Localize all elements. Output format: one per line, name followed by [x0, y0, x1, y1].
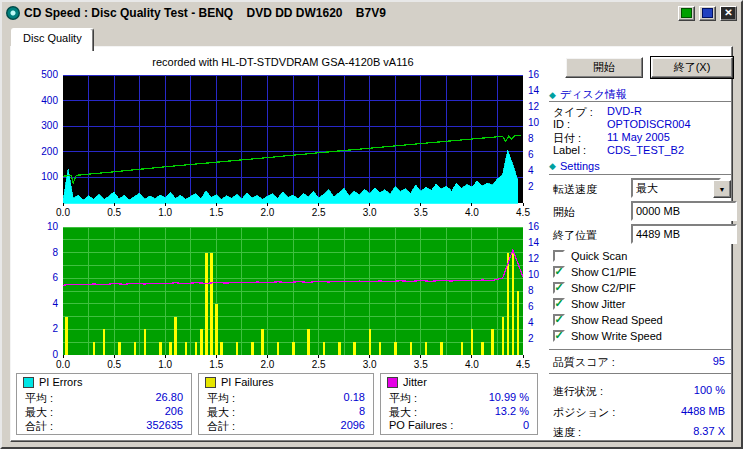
- stat-value: 10.99 %: [489, 391, 529, 404]
- close-button[interactable]: ✕: [720, 6, 737, 21]
- svg-text:3.0: 3.0: [363, 359, 377, 370]
- checkbox-label: Show Read Speed: [571, 314, 663, 326]
- section-bullet-icon: ◆: [549, 161, 556, 171]
- jitter-panel: Jitter 平均 :10.99 % 最大 :13.2 % PO Failure…: [380, 373, 538, 435]
- disc-info-title: ディスク情報: [560, 87, 627, 102]
- position-label: ポジション :: [553, 405, 615, 420]
- checkbox-box: ✓: [553, 266, 565, 278]
- stat-value: 0.18: [344, 391, 365, 404]
- svg-text:2.0: 2.0: [260, 207, 274, 218]
- stat-value: 13.2 %: [495, 405, 529, 418]
- checkbox-show-c1-pie[interactable]: ✓Show C1/PIE: [553, 265, 636, 279]
- tab-disc-quality[interactable]: Disc Quality: [11, 28, 94, 51]
- svg-text:4.5: 4.5: [516, 207, 530, 218]
- checkbox-show-read-speed[interactable]: ✓Show Read Speed: [553, 313, 663, 327]
- svg-text:4: 4: [528, 317, 534, 328]
- svg-text:0.0: 0.0: [56, 359, 70, 370]
- tab-label: Disc Quality: [23, 32, 82, 44]
- stat-label: 最大 :: [25, 405, 53, 418]
- title-bar: CD Speed : Disc Quality Test - BENQ DVD …: [4, 3, 739, 23]
- svg-text:4.5: 4.5: [516, 359, 530, 370]
- svg-text:500: 500: [41, 69, 58, 80]
- settings-section-header: ◆ Settings: [549, 160, 600, 172]
- svg-text:0.5: 0.5: [107, 207, 121, 218]
- stat-value: 0: [523, 419, 529, 432]
- end-position-label: 終了位置: [553, 228, 597, 243]
- pi-failures-title: PI Failures: [221, 376, 274, 388]
- svg-text:8: 8: [52, 247, 58, 258]
- quality-bottom-chart: 0.00.51.01.52.02.53.03.54.04.50246810246…: [15, 221, 551, 371]
- position-row: ポジション :4488 MB: [553, 405, 725, 418]
- svg-text:1.0: 1.0: [158, 207, 172, 218]
- quality-score-value: 95: [713, 355, 725, 367]
- progress-row: 進行状況 :100 %: [553, 384, 725, 397]
- disc-info-section-header: ◆ ディスク情報: [549, 87, 627, 102]
- position-value: 4488 MB: [681, 405, 725, 417]
- svg-text:0.5: 0.5: [107, 359, 121, 370]
- tab-page: recorded with HL-DT-STDVDRAM GSA-4120B v…: [10, 46, 733, 442]
- progress-label: 進行状況 :: [553, 384, 603, 399]
- separator: [549, 373, 731, 377]
- checkbox-box: ✓: [553, 250, 565, 262]
- close-icon: ✕: [724, 8, 732, 18]
- svg-text:1.0: 1.0: [158, 359, 172, 370]
- stat-label: 合計 :: [25, 419, 53, 432]
- svg-text:4: 4: [52, 298, 58, 309]
- start-button[interactable]: 開始: [565, 57, 643, 78]
- pi-errors-title: PI Errors: [39, 376, 82, 388]
- svg-text:6: 6: [528, 301, 534, 312]
- stat-label: 平均 :: [25, 391, 53, 404]
- speed-readout-value: 8.37 X: [693, 425, 725, 437]
- svg-text:12: 12: [528, 101, 540, 112]
- svg-text:16: 16: [528, 69, 540, 80]
- svg-text:1.5: 1.5: [209, 359, 223, 370]
- checkbox-box: ✓: [553, 298, 565, 310]
- checkbox-show-write-speed[interactable]: ✓Show Write Speed: [553, 329, 662, 343]
- svg-text:14: 14: [528, 85, 540, 96]
- checkbox-label: Quick Scan: [571, 250, 627, 262]
- blue-square-icon-button[interactable]: [699, 6, 716, 21]
- checkbox-show-jitter[interactable]: ✓Show Jitter: [553, 297, 625, 311]
- svg-text:300: 300: [41, 120, 58, 131]
- svg-text:4: 4: [528, 165, 534, 176]
- svg-text:200: 200: [41, 146, 58, 157]
- stat-label: 最大 :: [389, 405, 417, 418]
- quality-score-label: 品質スコア :: [553, 355, 615, 370]
- checkbox-label: Show Write Speed: [571, 330, 662, 342]
- stat-label: 合計 :: [207, 419, 235, 432]
- chevron-down-icon: ▼: [719, 186, 726, 193]
- disc-date-value: 11 May 2005: [607, 131, 670, 143]
- end-position-input[interactable]: [631, 224, 737, 244]
- disc-type-value: DVD-R: [607, 105, 642, 117]
- checkmark-icon: ✓: [554, 314, 563, 325]
- stat-value: 206: [165, 405, 183, 418]
- stat-value: 352635: [146, 419, 183, 432]
- green-square-icon-button[interactable]: [678, 6, 695, 21]
- checkbox-quick-scan[interactable]: ✓Quick Scan: [553, 249, 627, 263]
- checkmark-icon: ✓: [554, 330, 563, 341]
- settings-title: Settings: [560, 160, 600, 172]
- svg-text:8: 8: [528, 133, 534, 144]
- speed-label: 転送速度: [553, 182, 597, 197]
- stat-value: 26.80: [155, 391, 183, 404]
- svg-text:10: 10: [47, 221, 59, 232]
- svg-text:0: 0: [52, 349, 58, 360]
- svg-text:14: 14: [528, 237, 540, 248]
- exit-button[interactable]: 終了(X): [651, 57, 733, 78]
- checkmark-icon: ✓: [554, 266, 563, 277]
- speed-readout-label: 速度 :: [553, 425, 581, 440]
- blue-square-icon: [702, 8, 713, 18]
- speed-select[interactable]: [631, 178, 721, 198]
- svg-text:3.5: 3.5: [414, 359, 428, 370]
- window-title: CD Speed : Disc Quality Test - BENQ DVD …: [24, 6, 674, 20]
- disc-id-value: OPTODISCR004: [607, 118, 691, 130]
- section-bullet-icon: ◆: [549, 90, 556, 100]
- svg-text:2: 2: [528, 181, 534, 192]
- start-position-input[interactable]: [631, 201, 737, 221]
- combo-dropdown-button[interactable]: ▼: [713, 180, 731, 198]
- green-square-icon: [681, 8, 692, 18]
- disc-id-label: ID :: [553, 118, 570, 130]
- checkbox-show-c2-pif[interactable]: ✓Show C2/PIF: [553, 281, 636, 295]
- checkbox-box: ✓: [553, 330, 565, 342]
- svg-text:3.5: 3.5: [414, 207, 428, 218]
